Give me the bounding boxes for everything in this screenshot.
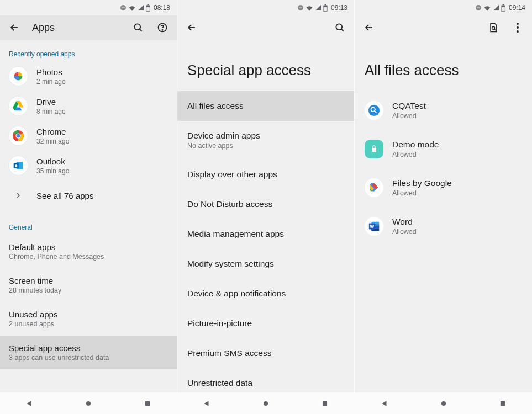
setting-default-apps[interactable]: Default apps Chrome, Phone and Messages xyxy=(0,235,177,268)
app-bar xyxy=(355,15,532,40)
app-sub: 8 min ago xyxy=(36,108,66,115)
page-title: All files access xyxy=(355,40,532,91)
photos-icon xyxy=(9,67,28,86)
nav-bar xyxy=(355,392,532,414)
item-unrestricted-data[interactable]: Unrestricted data xyxy=(177,368,354,392)
app-sub: 35 min ago xyxy=(36,167,69,175)
svg-point-13 xyxy=(15,164,17,167)
files-icon xyxy=(365,178,383,197)
app-demo-mode[interactable]: Demo mode Allowed xyxy=(355,130,532,168)
app-label: CQATest xyxy=(392,101,426,111)
item-all-files-access[interactable]: All files access xyxy=(177,91,354,121)
svg-rect-20 xyxy=(324,7,327,11)
nav-back[interactable] xyxy=(202,399,212,408)
setting-special-app-access[interactable]: Special app access 3 apps can use unrest… xyxy=(0,336,177,369)
recent-app-photos[interactable]: Photos 2 min ago xyxy=(0,61,177,91)
nav-recent[interactable] xyxy=(498,399,508,408)
item-label: Do Not Disturb access xyxy=(187,199,344,209)
battery-icon xyxy=(501,4,505,12)
search-button[interactable] xyxy=(131,21,145,34)
back-button[interactable] xyxy=(8,21,21,34)
signal-icon xyxy=(493,4,499,11)
setting-sub: 3 apps can use unrestricted data xyxy=(9,354,168,362)
app-sub: 2 min ago xyxy=(36,78,66,86)
setting-screen-time[interactable]: Screen time 28 minutes today xyxy=(0,268,177,302)
nav-home[interactable] xyxy=(439,399,449,408)
wifi-icon xyxy=(128,4,136,11)
app-name: Chrome xyxy=(36,127,69,136)
item-label: Modify system settings xyxy=(187,259,344,269)
back-button[interactable] xyxy=(185,21,198,34)
dnd-icon xyxy=(120,4,127,11)
nav-recent[interactable] xyxy=(320,399,330,408)
app-sub: 32 min ago xyxy=(36,137,69,145)
svg-point-33 xyxy=(368,105,380,116)
search-button[interactable] xyxy=(333,21,346,34)
svg-rect-19 xyxy=(325,4,326,5)
recent-apps-header: Recently opened apps xyxy=(0,40,177,61)
see-all-apps[interactable]: See all 76 apps xyxy=(0,181,177,210)
svg-point-31 xyxy=(517,26,519,29)
help-button[interactable] xyxy=(156,21,169,34)
svg-text:W: W xyxy=(370,224,374,229)
nav-home[interactable] xyxy=(83,399,93,408)
cqatest-icon xyxy=(365,101,383,120)
app-name: Drive xyxy=(36,97,66,107)
recent-app-outlook[interactable]: Outlook 35 min ago xyxy=(0,151,177,181)
recent-app-drive[interactable]: Drive 8 min ago xyxy=(0,91,177,121)
item-label: Device admin apps xyxy=(187,131,344,141)
svg-rect-25 xyxy=(477,8,480,8)
back-button[interactable] xyxy=(362,21,376,34)
drive-icon xyxy=(9,97,28,115)
find-in-page-button[interactable] xyxy=(487,21,500,34)
app-label: Demo mode xyxy=(392,140,439,150)
item-media-management-apps[interactable]: Media management apps xyxy=(177,219,354,249)
dnd-icon xyxy=(475,4,482,11)
setting-unused-apps[interactable]: Unused apps 2 unused apps xyxy=(0,302,177,336)
special-app-access-panel: 09:13 Special app access All files acces… xyxy=(177,0,355,414)
nav-recent[interactable] xyxy=(143,399,152,408)
item-display-over-other-apps[interactable]: Display over other apps xyxy=(177,160,354,189)
nav-bar xyxy=(177,392,354,414)
item-label: Picture-in-picture xyxy=(187,319,344,328)
nav-back[interactable] xyxy=(380,399,389,408)
see-all-label: See all 76 apps xyxy=(36,191,93,200)
setting-label: Screen time xyxy=(9,276,168,285)
svg-rect-42 xyxy=(500,401,504,405)
wifi-icon xyxy=(305,4,313,11)
app-name: Photos xyxy=(36,67,66,77)
svg-rect-3 xyxy=(148,4,149,5)
app-name: Outlook xyxy=(36,157,69,166)
app-cqatest[interactable]: CQATest Allowed xyxy=(355,91,532,130)
item-premium-sms-access[interactable]: Premium SMS access xyxy=(177,338,354,368)
app-files-by-google[interactable]: Files by Google Allowed xyxy=(355,168,532,207)
signal-icon xyxy=(138,4,144,11)
app-sub: Allowed xyxy=(392,189,452,197)
app-word[interactable]: W Word Allowed xyxy=(355,207,532,246)
svg-rect-4 xyxy=(146,7,150,11)
svg-rect-1 xyxy=(122,8,125,8)
more-button[interactable] xyxy=(511,21,524,34)
setting-sub: Chrome, Phone and Messages xyxy=(9,253,168,261)
item-sub: No active apps xyxy=(187,142,344,150)
status-bar: 09:14 xyxy=(355,0,532,15)
item-picture-in-picture[interactable]: Picture-in-picture xyxy=(177,309,354,338)
item-do-not-disturb-access[interactable]: Do Not Disturb access xyxy=(177,189,354,219)
app-label: Word xyxy=(392,217,417,227)
item-label: Unrestricted data xyxy=(187,378,344,388)
svg-point-7 xyxy=(162,30,162,30)
nav-back[interactable] xyxy=(24,399,34,408)
item-device-app-notifications[interactable]: Device & app notifications xyxy=(177,279,354,309)
item-label: Premium SMS access xyxy=(187,348,344,358)
item-modify-system-settings[interactable]: Modify system settings xyxy=(177,249,354,279)
app-sub: Allowed xyxy=(392,151,439,158)
app-label: Files by Google xyxy=(392,178,452,188)
svg-point-21 xyxy=(336,24,342,30)
recent-app-chrome[interactable]: Chrome 32 min ago xyxy=(0,121,177,151)
svg-point-30 xyxy=(517,23,519,25)
battery-icon xyxy=(146,4,150,12)
svg-point-10 xyxy=(17,134,20,138)
nav-home[interactable] xyxy=(261,399,271,408)
nav-bar xyxy=(0,392,177,414)
item-device-admin-apps[interactable]: Device admin apps No active apps xyxy=(177,121,354,160)
